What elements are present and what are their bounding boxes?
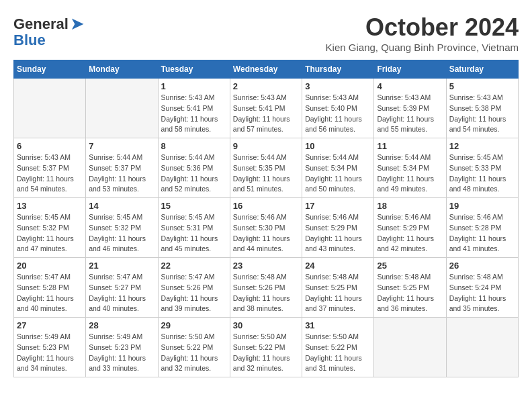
day-number: 4 bbox=[377, 81, 443, 91]
day-info: Sunrise: 5:46 AMSunset: 5:28 PMDaylight:… bbox=[449, 212, 515, 255]
calendar-cell bbox=[14, 79, 86, 138]
sunset-text: Sunset: 5:22 PM bbox=[233, 343, 285, 351]
sunrise-text: Sunrise: 5:45 AM bbox=[449, 153, 503, 161]
day-number: 9 bbox=[233, 141, 299, 151]
sunrise-text: Sunrise: 5:47 AM bbox=[17, 273, 71, 281]
sunset-text: Sunset: 5:29 PM bbox=[305, 224, 357, 232]
day-number: 13 bbox=[17, 201, 83, 211]
day-info: Sunrise: 5:45 AMSunset: 5:31 PMDaylight:… bbox=[161, 212, 227, 255]
sunset-text: Sunset: 5:28 PM bbox=[449, 224, 502, 232]
daylight-text: Daylight: 11 hours and 43 minutes. bbox=[305, 234, 362, 253]
sunset-text: Sunset: 5:37 PM bbox=[89, 164, 141, 172]
sunrise-text: Sunrise: 5:45 AM bbox=[17, 213, 71, 221]
sunset-text: Sunset: 5:22 PM bbox=[161, 343, 214, 351]
sunrise-text: Sunrise: 5:48 AM bbox=[377, 273, 431, 281]
day-info: Sunrise: 5:45 AMSunset: 5:33 PMDaylight:… bbox=[449, 152, 515, 195]
day-number: 1 bbox=[161, 81, 227, 91]
day-number: 10 bbox=[305, 141, 371, 151]
calendar-cell: 10Sunrise: 5:44 AMSunset: 5:34 PMDayligh… bbox=[302, 138, 374, 198]
day-info: Sunrise: 5:43 AMSunset: 5:40 PMDaylight:… bbox=[305, 93, 371, 135]
day-number: 11 bbox=[377, 141, 443, 151]
daylight-text: Daylight: 11 hours and 41 minutes. bbox=[449, 234, 506, 253]
day-info: Sunrise: 5:48 AMSunset: 5:25 PMDaylight:… bbox=[377, 272, 443, 314]
daylight-text: Daylight: 11 hours and 55 minutes. bbox=[377, 115, 434, 134]
logo: General ➤ Blue bbox=[13, 13, 85, 49]
calendar-week-5: 27Sunrise: 5:49 AMSunset: 5:23 PMDayligh… bbox=[14, 318, 519, 377]
day-number: 3 bbox=[305, 81, 371, 91]
day-number: 23 bbox=[233, 261, 299, 271]
day-info: Sunrise: 5:50 AMSunset: 5:22 PMDaylight:… bbox=[305, 332, 371, 374]
calendar-cell: 6Sunrise: 5:43 AMSunset: 5:37 PMDaylight… bbox=[14, 138, 86, 198]
calendar-cell: 16Sunrise: 5:46 AMSunset: 5:30 PMDayligh… bbox=[230, 198, 302, 258]
logo-blue: Blue bbox=[13, 32, 46, 49]
sunset-text: Sunset: 5:29 PM bbox=[377, 224, 429, 232]
day-info: Sunrise: 5:43 AMSunset: 5:41 PMDaylight:… bbox=[161, 93, 227, 135]
day-info: Sunrise: 5:50 AMSunset: 5:22 PMDaylight:… bbox=[233, 332, 299, 374]
day-number: 5 bbox=[449, 81, 515, 91]
calendar-cell: 28Sunrise: 5:49 AMSunset: 5:23 PMDayligh… bbox=[86, 318, 158, 377]
sunset-text: Sunset: 5:38 PM bbox=[449, 104, 502, 112]
day-number: 12 bbox=[449, 141, 515, 151]
sunset-text: Sunset: 5:34 PM bbox=[305, 164, 357, 172]
daylight-text: Daylight: 11 hours and 40 minutes. bbox=[17, 294, 74, 313]
day-number: 16 bbox=[233, 201, 299, 211]
day-number: 6 bbox=[17, 141, 83, 151]
sunrise-text: Sunrise: 5:48 AM bbox=[449, 273, 503, 281]
calendar-cell: 24Sunrise: 5:48 AMSunset: 5:25 PMDayligh… bbox=[302, 258, 374, 318]
calendar-cell: 7Sunrise: 5:44 AMSunset: 5:37 PMDaylight… bbox=[86, 138, 158, 198]
day-number: 21 bbox=[89, 261, 154, 271]
daylight-text: Daylight: 11 hours and 31 minutes. bbox=[305, 354, 362, 373]
sunrise-text: Sunrise: 5:43 AM bbox=[377, 93, 431, 101]
daylight-text: Daylight: 11 hours and 53 minutes. bbox=[89, 175, 146, 193]
sunrise-text: Sunrise: 5:46 AM bbox=[305, 213, 359, 221]
day-info: Sunrise: 5:47 AMSunset: 5:27 PMDaylight:… bbox=[89, 272, 154, 314]
daylight-text: Daylight: 11 hours and 36 minutes. bbox=[377, 294, 434, 313]
day-info: Sunrise: 5:45 AMSunset: 5:32 PMDaylight:… bbox=[89, 212, 154, 255]
sunrise-text: Sunrise: 5:45 AM bbox=[89, 213, 142, 221]
sunrise-text: Sunrise: 5:43 AM bbox=[161, 93, 215, 101]
sunset-text: Sunset: 5:36 PM bbox=[161, 164, 214, 172]
sunrise-text: Sunrise: 5:44 AM bbox=[161, 153, 215, 161]
day-info: Sunrise: 5:46 AMSunset: 5:30 PMDaylight:… bbox=[233, 212, 299, 255]
day-info: Sunrise: 5:46 AMSunset: 5:29 PMDaylight:… bbox=[305, 212, 371, 255]
day-info: Sunrise: 5:43 AMSunset: 5:37 PMDaylight:… bbox=[17, 152, 83, 195]
calendar-cell: 27Sunrise: 5:49 AMSunset: 5:23 PMDayligh… bbox=[14, 318, 86, 377]
sunrise-text: Sunrise: 5:44 AM bbox=[377, 153, 431, 161]
daylight-text: Daylight: 11 hours and 45 minutes. bbox=[161, 234, 218, 253]
day-info: Sunrise: 5:44 AMSunset: 5:37 PMDaylight:… bbox=[89, 152, 154, 195]
calendar-cell: 4Sunrise: 5:43 AMSunset: 5:39 PMDaylight… bbox=[374, 79, 446, 138]
day-info: Sunrise: 5:48 AMSunset: 5:24 PMDaylight:… bbox=[449, 272, 515, 314]
day-number: 31 bbox=[305, 320, 371, 330]
calendar-table: Sunday Monday Tuesday Wednesday Thursday… bbox=[13, 60, 519, 377]
header-sunday: Sunday bbox=[14, 60, 86, 79]
sunrise-text: Sunrise: 5:47 AM bbox=[161, 273, 215, 281]
sunrise-text: Sunrise: 5:47 AM bbox=[89, 273, 142, 281]
calendar-cell: 8Sunrise: 5:44 AMSunset: 5:36 PMDaylight… bbox=[158, 138, 230, 198]
month-title: October 2024 bbox=[326, 13, 519, 42]
daylight-text: Daylight: 11 hours and 40 minutes. bbox=[89, 294, 146, 313]
sunset-text: Sunset: 5:31 PM bbox=[161, 224, 214, 232]
sunset-text: Sunset: 5:40 PM bbox=[305, 104, 357, 112]
daylight-text: Daylight: 11 hours and 48 minutes. bbox=[449, 175, 506, 193]
sunset-text: Sunset: 5:22 PM bbox=[305, 343, 357, 351]
daylight-text: Daylight: 11 hours and 49 minutes. bbox=[377, 175, 434, 193]
daylight-text: Daylight: 11 hours and 42 minutes. bbox=[377, 234, 434, 253]
calendar-cell: 15Sunrise: 5:45 AMSunset: 5:31 PMDayligh… bbox=[158, 198, 230, 258]
sunset-text: Sunset: 5:23 PM bbox=[17, 343, 69, 351]
sunrise-text: Sunrise: 5:43 AM bbox=[449, 93, 503, 101]
day-info: Sunrise: 5:44 AMSunset: 5:36 PMDaylight:… bbox=[161, 152, 227, 195]
logo-general: General bbox=[13, 15, 69, 33]
day-number: 30 bbox=[233, 320, 299, 330]
sunset-text: Sunset: 5:27 PM bbox=[89, 283, 141, 291]
sunrise-text: Sunrise: 5:49 AM bbox=[17, 332, 71, 340]
header-saturday: Saturday bbox=[446, 60, 518, 79]
calendar-week-1: 1Sunrise: 5:43 AMSunset: 5:41 PMDaylight… bbox=[14, 79, 519, 138]
sunset-text: Sunset: 5:35 PM bbox=[233, 164, 285, 172]
header-friday: Friday bbox=[374, 60, 446, 79]
sunrise-text: Sunrise: 5:48 AM bbox=[233, 273, 287, 281]
day-number: 24 bbox=[305, 261, 371, 271]
calendar-header-row: Sunday Monday Tuesday Wednesday Thursday… bbox=[14, 60, 519, 79]
calendar-cell: 26Sunrise: 5:48 AMSunset: 5:24 PMDayligh… bbox=[446, 258, 518, 318]
sunset-text: Sunset: 5:39 PM bbox=[377, 104, 429, 112]
day-info: Sunrise: 5:44 AMSunset: 5:34 PMDaylight:… bbox=[305, 152, 371, 195]
